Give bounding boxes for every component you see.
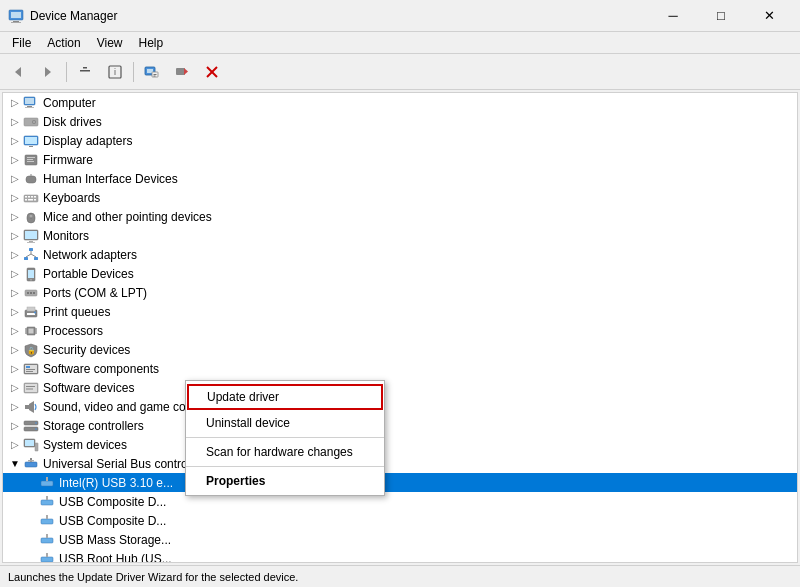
properties-button[interactable]: i — [101, 58, 129, 86]
label-disk-drives: Disk drives — [43, 115, 102, 129]
icon-firmware — [23, 152, 39, 168]
icon-software-components — [23, 361, 39, 377]
context-menu: Update driver Uninstall device Scan for … — [185, 380, 385, 496]
icon-portable — [23, 266, 39, 282]
toggle-computer: ▷ — [7, 97, 23, 108]
icon-ports — [23, 285, 39, 301]
tree-item-system[interactable]: ▷ System devices — [3, 435, 797, 454]
toggle-monitors: ▷ — [7, 230, 23, 241]
svg-rect-79 — [26, 369, 35, 370]
maximize-button[interactable]: □ — [698, 0, 744, 32]
uninstall-button[interactable] — [198, 58, 226, 86]
tree-item-keyboards[interactable]: ▷ Keyboards — [3, 188, 797, 207]
menu-help[interactable]: Help — [131, 34, 172, 52]
svg-rect-3 — [11, 22, 21, 23]
tree-item-software-devices[interactable]: ▷ Software devices — [3, 378, 797, 397]
tree-item-hid[interactable]: ▷ Human Interface Devices — [3, 169, 797, 188]
close-button[interactable]: ✕ — [746, 0, 792, 32]
icon-keyboards — [23, 190, 39, 206]
tree-item-usb-root-hub[interactable]: USB Root Hub (US... — [3, 549, 797, 563]
device-tree[interactable]: ▷ Computer ▷ Disk drives ▷ Display adapt… — [2, 92, 798, 563]
toggle-network: ▷ — [7, 249, 23, 260]
tree-item-software-components[interactable]: ▷ Software components — [3, 359, 797, 378]
svg-rect-65 — [27, 313, 35, 315]
svg-rect-100 — [46, 496, 48, 500]
tree-item-sound[interactable]: ▷ Sound, video and game controllers — [3, 397, 797, 416]
tree-item-ports[interactable]: ▷ Ports (COM & LPT) — [3, 283, 797, 302]
tree-item-processors[interactable]: ▷ Processors — [3, 321, 797, 340]
toggle-system: ▷ — [7, 439, 23, 450]
icon-computer — [23, 95, 39, 111]
svg-rect-50 — [29, 248, 33, 251]
label-computer: Computer — [43, 96, 96, 110]
app-icon — [8, 8, 24, 24]
tree-item-usb-mass-storage[interactable]: USB Mass Storage... — [3, 530, 797, 549]
svg-rect-94 — [25, 462, 37, 467]
context-menu-uninstall-device[interactable]: Uninstall device — [186, 411, 384, 435]
menu-action[interactable]: Action — [39, 34, 88, 52]
toggle-print: ▷ — [7, 306, 23, 317]
window-title: Device Manager — [30, 9, 117, 23]
show-hidden-button[interactable] — [138, 58, 166, 86]
context-separator-1 — [186, 437, 384, 438]
forward-button[interactable] — [34, 58, 62, 86]
toggle-display: ▷ — [7, 135, 23, 146]
context-menu-properties[interactable]: Properties — [186, 469, 384, 493]
svg-rect-83 — [26, 386, 35, 387]
label-usb-composite-1: USB Composite D... — [59, 495, 166, 509]
svg-rect-93 — [35, 443, 38, 451]
icon-hid — [23, 171, 39, 187]
label-software-components: Software components — [43, 362, 159, 376]
tree-item-usb-composite-2[interactable]: USB Composite D... — [3, 511, 797, 530]
svg-rect-97 — [41, 481, 53, 486]
icon-usb-composite-1 — [39, 494, 55, 510]
label-mice: Mice and other pointing devices — [43, 210, 212, 224]
tree-item-network[interactable]: ▷ Network adapters — [3, 245, 797, 264]
context-menu-update-driver[interactable]: Update driver — [187, 384, 383, 410]
svg-marker-5 — [45, 67, 51, 77]
toggle-portable: ▷ — [7, 268, 23, 279]
main-content: ▷ Computer ▷ Disk drives ▷ Display adapt… — [0, 90, 800, 565]
label-software-devices: Software devices — [43, 381, 134, 395]
update-driver-button[interactable] — [168, 58, 196, 86]
tree-item-print[interactable]: ▷ Print queues — [3, 302, 797, 321]
minimize-button[interactable]: ─ — [650, 0, 696, 32]
toggle-hid: ▷ — [7, 173, 23, 184]
tree-item-portable[interactable]: ▷ Portable Devices — [3, 264, 797, 283]
tree-item-monitors[interactable]: ▷ Monitors — [3, 226, 797, 245]
icon-security: 🔒 — [23, 342, 39, 358]
tree-item-storage[interactable]: ▷ Storage controllers — [3, 416, 797, 435]
menu-file[interactable]: File — [4, 34, 39, 52]
svg-rect-32 — [27, 161, 34, 162]
menu-view[interactable]: View — [89, 34, 131, 52]
toolbar-separator-2 — [133, 62, 134, 82]
label-ports: Ports (COM & LPT) — [43, 286, 147, 300]
collapse-button[interactable] — [71, 58, 99, 86]
tree-item-mice[interactable]: ▷ Mice and other pointing devices — [3, 207, 797, 226]
svg-rect-7 — [83, 67, 87, 69]
svg-rect-22 — [25, 107, 34, 108]
tree-item-display-adapters[interactable]: ▷ Display adapters — [3, 131, 797, 150]
tree-item-usb-composite-1[interactable]: USB Composite D... — [3, 492, 797, 511]
tree-item-computer[interactable]: ▷ Computer — [3, 93, 797, 112]
tree-item-disk-drives[interactable]: ▷ Disk drives — [3, 112, 797, 131]
icon-intel-usb — [39, 475, 55, 491]
svg-point-89 — [35, 422, 37, 424]
toggle-processors: ▷ — [7, 325, 23, 336]
back-button[interactable] — [4, 58, 32, 86]
tree-item-firmware[interactable]: ▷ Firmware — [3, 150, 797, 169]
tree-item-intel-usb[interactable]: Intel(R) USB 3.10 e... — [3, 473, 797, 492]
svg-line-54 — [26, 254, 31, 257]
svg-rect-98 — [46, 477, 48, 481]
svg-rect-40 — [25, 199, 27, 201]
svg-text:🔒: 🔒 — [27, 346, 36, 355]
svg-rect-41 — [28, 199, 33, 201]
svg-rect-85 — [25, 405, 29, 409]
context-menu-scan-hardware[interactable]: Scan for hardware changes — [186, 440, 384, 464]
svg-rect-101 — [41, 519, 53, 524]
svg-rect-1 — [11, 12, 21, 18]
svg-rect-39 — [34, 196, 36, 198]
tree-item-usb[interactable]: ▼ Universal Serial Bus controllers — [3, 454, 797, 473]
svg-rect-103 — [41, 538, 53, 543]
tree-item-security[interactable]: ▷ 🔒 Security devices — [3, 340, 797, 359]
